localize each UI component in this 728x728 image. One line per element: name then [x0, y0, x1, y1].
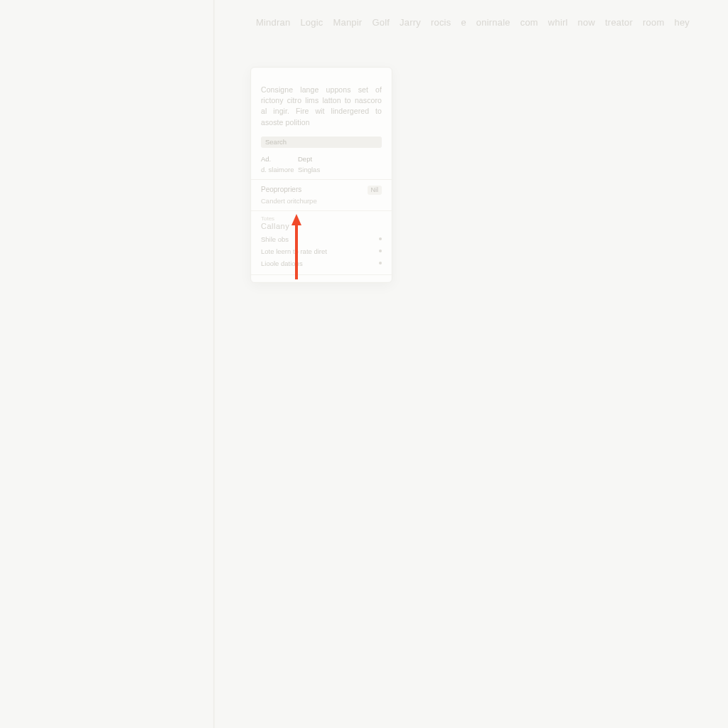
topbar-item[interactable]: rocis: [431, 17, 451, 28]
entry-subtitle: Candert oritchurpe: [261, 197, 382, 205]
table-header: Ad. Dept: [251, 152, 392, 166]
topbar-item[interactable]: room: [643, 17, 664, 28]
topbar-item[interactable]: Jarry: [400, 17, 421, 28]
option-label: Shile obs: [261, 235, 289, 243]
topbar-item[interactable]: now: [578, 17, 595, 28]
header-col1: Ad.: [261, 155, 298, 163]
search-input[interactable]: [265, 138, 378, 146]
topbar-item[interactable]: onirnale: [476, 17, 510, 28]
topbar-item[interactable]: Logic: [300, 17, 323, 28]
search-input-wrap[interactable]: [261, 136, 382, 148]
option-dot-icon: [379, 250, 382, 252]
topbar: Mindran Logic Manpir Golf Jarry rocis e …: [256, 17, 715, 28]
header-col2: Dept: [298, 155, 382, 163]
left-divider: [213, 0, 215, 728]
topbar-item[interactable]: whirl: [548, 17, 568, 28]
topbar-item[interactable]: Golf: [372, 17, 390, 28]
topbar-item[interactable]: Manpir: [333, 17, 362, 28]
subheader-col1: d. slaimore: [261, 166, 298, 173]
option-row[interactable]: Lote leern to rate diret: [251, 245, 392, 257]
entry-badge: Nil: [368, 186, 382, 195]
card-panel: Consigne lange uppons set of rictony cit…: [250, 67, 392, 283]
topbar-item[interactable]: treator: [605, 17, 633, 28]
topbar-item[interactable]: com: [520, 17, 538, 28]
section-label: Totes: [251, 211, 392, 222]
option-label: Lioole dations: [261, 259, 303, 267]
table-subheader: d. slaimore Singlas: [251, 166, 392, 180]
topbar-item[interactable]: Mindran: [256, 17, 290, 28]
option-label: Lote leern to rate diret: [261, 247, 327, 255]
option-dot-icon: [379, 237, 382, 240]
topbar-item[interactable]: e: [461, 17, 466, 28]
entry-block[interactable]: Peopropriers Nil Candert oritchurpe: [251, 180, 392, 211]
option-row[interactable]: Lioole dations: [251, 257, 392, 275]
subheader-col2: Singlas: [298, 166, 382, 173]
option-row[interactable]: Shile obs: [251, 233, 392, 245]
section-title: Callany: [251, 222, 392, 233]
option-dot-icon: [379, 262, 382, 264]
topbar-item[interactable]: hey: [674, 17, 690, 28]
card-description: Consigne lange uppons set of rictony cit…: [251, 77, 392, 136]
entry-title: Peopropriers: [261, 186, 301, 195]
